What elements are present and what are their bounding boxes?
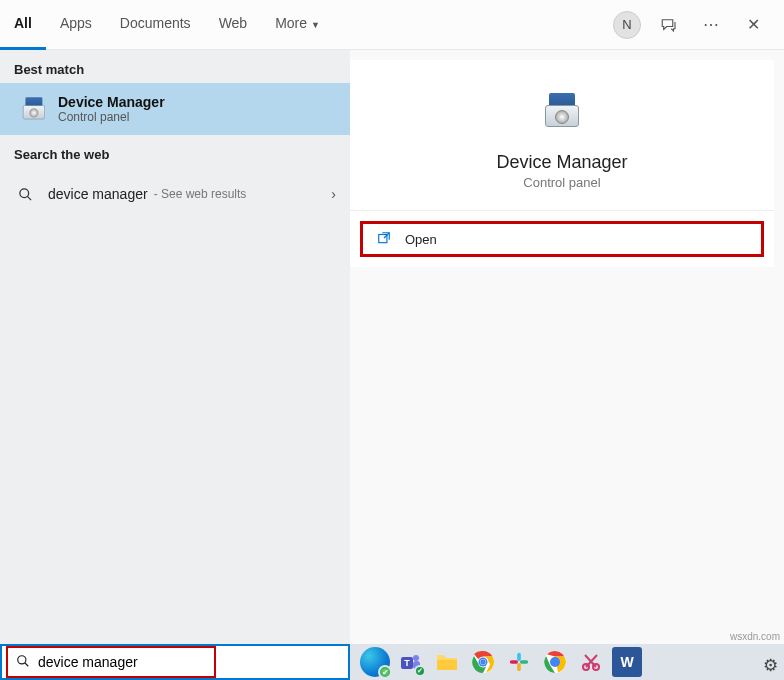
preview-card: Device Manager Control panel [350,60,774,211]
tab-more[interactable]: More▼ [261,0,334,50]
teams-icon[interactable]: T✔ [396,647,426,677]
svg-rect-16 [517,663,521,671]
device-manager-icon [14,93,46,125]
snip-tool-icon[interactable] [576,647,606,677]
search-icon [8,654,38,671]
tab-web[interactable]: Web [205,0,262,50]
actions-list: Open [350,211,774,267]
svg-point-3 [18,655,26,663]
avatar-initial: N [613,11,641,39]
ellipsis-icon: ⋯ [703,15,719,34]
preview-title: Device Manager [496,152,627,173]
svg-rect-14 [517,653,521,661]
tab-apps[interactable]: Apps [46,0,106,50]
word-icon[interactable]: W [612,647,642,677]
svg-point-0 [19,188,28,197]
result-subtitle: Control panel [58,110,336,124]
feedback-button[interactable] [652,8,686,42]
file-explorer-icon[interactable] [432,647,462,677]
results-panel: Best match Device Manager Control panel … [0,50,350,644]
edge-icon[interactable]: ✔ [360,647,390,677]
svg-rect-15 [520,660,528,664]
close-button[interactable]: ✕ [736,8,770,42]
watermark: wsxdn.com [730,631,780,642]
svg-text:T: T [404,658,410,668]
preview-panel: Device Manager Control panel Open [350,50,784,644]
main-content: Best match Device Manager Control panel … [0,50,784,644]
web-search-result[interactable]: device manager - See web results › [0,168,350,220]
options-button[interactable]: ⋯ [694,8,728,42]
preview-subtitle: Control panel [523,175,600,190]
settings-icon[interactable]: ⚙ [763,655,778,676]
preview-app-icon [535,84,589,138]
svg-rect-17 [510,660,518,664]
svg-point-20 [550,657,560,667]
user-avatar[interactable]: N [610,8,644,42]
taskbar: ✔ T✔ W ⚙ [0,644,784,680]
svg-rect-9 [437,660,457,670]
chrome-icon[interactable] [468,647,498,677]
close-icon: ✕ [747,15,760,34]
svg-point-7 [413,655,419,661]
feedback-icon [660,16,678,34]
chevron-down-icon: ▼ [311,20,320,30]
tab-all[interactable]: All [0,0,46,50]
search-input[interactable] [38,649,214,675]
svg-point-13 [480,659,485,664]
svg-line-4 [25,662,29,666]
svg-line-1 [27,196,31,200]
taskbar-search[interactable] [0,644,350,680]
web-query-text: device manager [48,186,148,202]
filter-tabs: All Apps Documents Web More▼ N ⋯ ✕ [0,0,784,50]
result-title: Device Manager [58,94,336,110]
tab-more-label: More [275,15,307,31]
taskbar-apps: ✔ T✔ W [350,647,784,677]
slack-icon[interactable] [504,647,534,677]
best-match-label: Best match [0,50,350,83]
best-match-result[interactable]: Device Manager Control panel [0,83,350,135]
open-action[interactable]: Open [360,221,764,257]
search-icon [14,178,36,210]
chrome-canary-icon[interactable] [540,647,570,677]
open-label: Open [405,232,437,247]
tab-documents[interactable]: Documents [106,0,205,50]
chevron-right-icon: › [331,186,336,202]
search-web-label: Search the web [0,135,350,168]
open-icon [377,231,391,248]
result-texts: Device Manager Control panel [58,94,336,124]
web-hint-text: - See web results [154,187,247,201]
